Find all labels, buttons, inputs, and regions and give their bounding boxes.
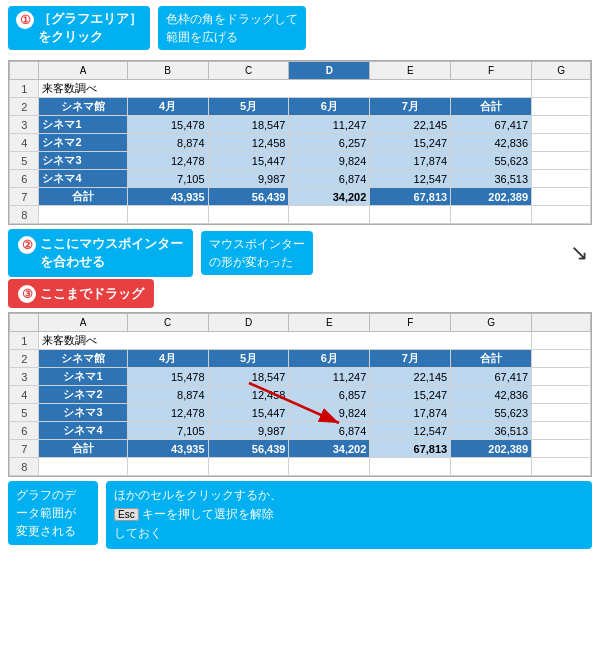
col-C-header-1: C	[208, 62, 289, 80]
cinema1-may-1: 18,547	[208, 116, 289, 134]
row-2-2: 2 シネマ館 4月 5月 6月 7月 合計	[10, 350, 591, 368]
cinema4-label-1: シネマ4	[39, 170, 127, 188]
bottom-left-text: グラフのデータ範囲が変更される	[16, 488, 76, 538]
row-1-1: 1 来客数調べ	[10, 80, 591, 98]
cinema1-jun-1: 11,247	[289, 116, 370, 134]
title-cell-1: 来客数調べ	[39, 80, 532, 98]
row-8-1: 8	[10, 206, 591, 224]
row-6-1: 6 シネマ4 7,105 9,987 6,874 12,547 36,513	[10, 170, 591, 188]
cinema1-label-1: シネマ1	[39, 116, 127, 134]
step1-text: ［グラフエリア］をクリック	[38, 10, 142, 46]
bottom-left-box: グラフのデータ範囲が変更される	[8, 481, 98, 545]
step3-area: ③ ここまでドラッグ	[8, 279, 592, 308]
step2-box: ② ここにマウスポインターを合わせる	[8, 229, 193, 277]
tip1-text: 色枠の角をドラッグして範囲を広げる	[166, 12, 298, 44]
step2-text: ここにマウスポインターを合わせる	[40, 235, 183, 271]
step2-row: ② ここにマウスポインターを合わせる マウスポインターの形が変わった ↘	[8, 229, 592, 277]
tip2-box: マウスポインターの形が変わった	[201, 231, 313, 275]
col-B-header-1: B	[127, 62, 208, 80]
header-total-1: 合計	[451, 98, 532, 116]
bottom-right-box: ほかのセルをクリックするか、 Esc キーを押して選択を解除しておく	[106, 481, 592, 549]
top-instructions-area: ① ［グラフエリア］をクリック 色枠の角をドラッグして範囲を広げる	[0, 0, 600, 56]
row-4-1: 4 シネマ2 8,874 12,458 6,257 15,247 42,836	[10, 134, 591, 152]
col-D-header-1: D	[289, 62, 370, 80]
rnum-1-1: 1	[10, 80, 39, 98]
header-may-1: 5月	[208, 98, 289, 116]
row-7-1: 7 合計 43,935 56,439 34,202 67,813 202,389	[10, 188, 591, 206]
step1-box: ① ［グラフエリア］をクリック	[8, 6, 150, 50]
tip2-text: マウスポインターの形が変わった	[209, 237, 305, 269]
col-header-row-1: A B C D E F G	[10, 62, 591, 80]
step3-text: ここまでドラッグ	[40, 285, 144, 303]
spreadsheet-2: A C D E F G 1 来客数調べ 2 シネマ館 4月 5月 6月 7月 合…	[8, 312, 592, 477]
col-G-header-1: G	[532, 62, 591, 80]
row-7-2: 7 合計 43,935 56,439 34,202 67,813 202,389	[10, 440, 591, 458]
drag-arrow-svg	[239, 373, 359, 433]
rnum-2-1: 2	[10, 98, 39, 116]
header-jul-1: 7月	[370, 98, 451, 116]
step1-circle: ①	[16, 11, 34, 29]
row-1-2: 1 来客数調べ	[10, 332, 591, 350]
row-2-1: 2 シネマ館 4月 5月 6月 7月 合計	[10, 98, 591, 116]
col-A-header-1: A	[39, 62, 127, 80]
cinema1-apr-1: 15,478	[127, 116, 208, 134]
corner-cell-1	[10, 62, 39, 80]
header-apr-1: 4月	[127, 98, 208, 116]
row-8-2: 8	[10, 458, 591, 476]
step3-box: ③ ここまでドラッグ	[8, 279, 154, 308]
spreadsheet-1: A B C D E F G 1 来客数調べ 2 シネマ館 4月 5月 6月 7月…	[8, 60, 592, 225]
row-3-1: 3 シネマ1 15,478 18,547 11,247 22,145 67,41…	[10, 116, 591, 134]
cinema3-label-1: シネマ3	[39, 152, 127, 170]
bottom-right-text-before: ほかのセルをクリックするか、	[114, 488, 282, 502]
bottom-instructions-area: グラフのデータ範囲が変更される ほかのセルをクリックするか、 Esc キーを押し…	[8, 481, 592, 549]
sheet-table-1: A B C D E F G 1 来客数調べ 2 シネマ館 4月 5月 6月 7月…	[9, 61, 591, 224]
col-F-header-1: F	[451, 62, 532, 80]
resize-cursor-icon: ↘	[570, 240, 592, 266]
cinema1-total-1: 67,417	[451, 116, 532, 134]
cinema1-jul-1: 22,145	[370, 116, 451, 134]
col-header-row-2: A C D E F G	[10, 314, 591, 332]
header-jun-1: 6月	[289, 98, 370, 116]
svg-line-1	[249, 383, 339, 423]
tip1-box: 色枠の角をドラッグして範囲を広げる	[158, 6, 306, 50]
step3-circle: ③	[18, 285, 36, 303]
cinema2-label-1: シネマ2	[39, 134, 127, 152]
step2-circle: ②	[18, 236, 36, 254]
esc-key: Esc	[114, 508, 139, 521]
g1-1	[532, 80, 591, 98]
g2-1	[532, 98, 591, 116]
header-cinema-1: シネマ館	[39, 98, 127, 116]
col-E-header-1: E	[370, 62, 451, 80]
row-5-1: 5 シネマ3 12,478 15,447 9,824 17,874 55,623	[10, 152, 591, 170]
